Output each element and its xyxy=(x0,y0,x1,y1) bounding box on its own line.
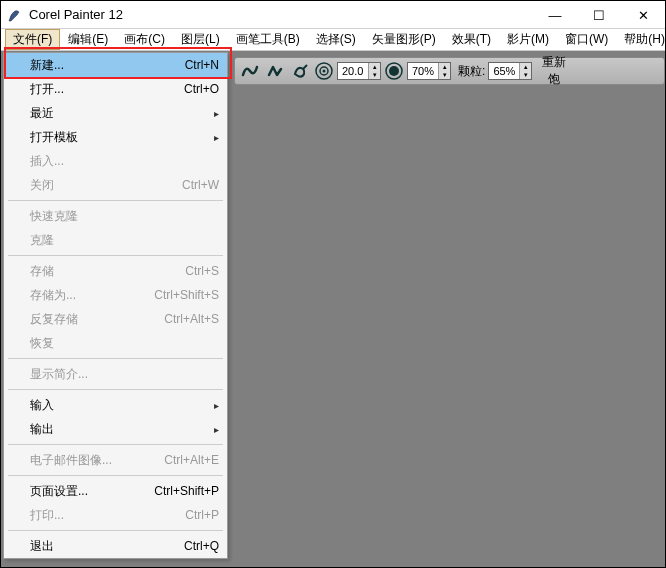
menu-item-shortcut: Ctrl+N xyxy=(185,58,219,72)
menu-item-shortcut: Ctrl+W xyxy=(182,178,219,192)
svg-point-5 xyxy=(389,66,399,76)
menu-item-label: 存储为... xyxy=(30,287,154,304)
menu-8[interactable]: 影片(M) xyxy=(499,29,557,50)
menu-item-7: 快速克隆 xyxy=(4,204,227,228)
brush-toolbar: 20.0 ▴▾ 70% ▴▾ 颗粒: 65% ▴▾ 重新饱 xyxy=(234,57,665,85)
menu-item-label: 快速克隆 xyxy=(30,208,219,225)
menu-item-shortcut: Ctrl+Alt+E xyxy=(164,453,219,467)
menu-separator xyxy=(8,255,223,256)
menu-item-label: 存储 xyxy=(30,263,185,280)
svg-point-3 xyxy=(323,70,326,73)
brush-paint-icon[interactable] xyxy=(289,60,311,82)
menu-9[interactable]: 窗口(W) xyxy=(557,29,616,50)
menu-separator xyxy=(8,475,223,476)
menu-item-label: 退出 xyxy=(30,538,184,555)
chevron-up-icon[interactable]: ▴ xyxy=(520,63,531,71)
close-button[interactable]: ✕ xyxy=(621,1,665,29)
grain-spinner[interactable]: 65% ▴▾ xyxy=(488,62,532,80)
chevron-right-icon: ▸ xyxy=(214,132,219,143)
brush-size-spinner[interactable]: 20.0 ▴▾ xyxy=(337,62,381,80)
menu-item-2[interactable]: 最近▸ xyxy=(4,101,227,125)
menu-separator xyxy=(8,444,223,445)
chevron-right-icon: ▸ xyxy=(214,424,219,435)
menu-item-17[interactable]: 输入▸ xyxy=(4,393,227,417)
chevron-right-icon: ▸ xyxy=(214,108,219,119)
maximize-button[interactable]: ☐ xyxy=(577,1,621,29)
menu-item-25[interactable]: 退出Ctrl+Q xyxy=(4,534,227,558)
menu-item-0[interactable]: 新建...Ctrl+N xyxy=(4,53,227,77)
menu-separator xyxy=(8,200,223,201)
titlebar: Corel Painter 12 — ☐ ✕ xyxy=(1,1,665,29)
menu-item-label: 打开... xyxy=(30,81,184,98)
chevron-down-icon[interactable]: ▾ xyxy=(439,71,450,79)
menu-item-3[interactable]: 打开模板▸ xyxy=(4,125,227,149)
chevron-up-icon[interactable]: ▴ xyxy=(439,63,450,71)
menu-item-label: 关闭 xyxy=(30,177,182,194)
brush-shape-icon[interactable] xyxy=(264,60,286,82)
chevron-down-icon[interactable]: ▾ xyxy=(369,71,380,79)
menu-item-18[interactable]: 输出▸ xyxy=(4,417,227,441)
menu-item-23: 打印...Ctrl+P xyxy=(4,503,227,527)
menu-4[interactable]: 画笔工具(B) xyxy=(228,29,308,50)
menu-separator xyxy=(8,358,223,359)
menu-2[interactable]: 画布(C) xyxy=(116,29,173,50)
menu-item-5: 关闭Ctrl+W xyxy=(4,173,227,197)
svg-line-0 xyxy=(303,65,307,69)
menu-item-label: 反复存储 xyxy=(30,311,164,328)
opacity-target-icon[interactable] xyxy=(384,61,404,81)
file-menu-dropdown: 新建...Ctrl+N打开...Ctrl+O最近▸打开模板▸插入...关闭Ctr… xyxy=(3,52,228,559)
menu-item-8: 克隆 xyxy=(4,228,227,252)
menu-item-label: 打印... xyxy=(30,507,185,524)
menu-item-12: 反复存储Ctrl+Alt+S xyxy=(4,307,227,331)
brush-size-value: 20.0 xyxy=(338,65,368,77)
resat-label: 重新饱 xyxy=(539,54,569,88)
menu-item-label: 最近 xyxy=(30,105,219,122)
chevron-down-icon[interactable]: ▾ xyxy=(520,71,531,79)
menu-item-22[interactable]: 页面设置...Ctrl+Shift+P xyxy=(4,479,227,503)
menu-item-label: 显示简介... xyxy=(30,366,219,383)
menu-item-label: 电子邮件图像... xyxy=(30,452,164,469)
menu-item-15: 显示简介... xyxy=(4,362,227,386)
menu-item-13: 恢复 xyxy=(4,331,227,355)
menu-separator xyxy=(8,530,223,531)
menu-item-shortcut: Ctrl+Q xyxy=(184,539,219,553)
menu-item-shortcut: Ctrl+S xyxy=(185,264,219,278)
menu-item-label: 插入... xyxy=(30,153,219,170)
menu-7[interactable]: 效果(T) xyxy=(444,29,499,50)
menu-item-shortcut: Ctrl+Alt+S xyxy=(164,312,219,326)
menu-item-shortcut: Ctrl+O xyxy=(184,82,219,96)
grain-label: 颗粒: xyxy=(458,63,485,80)
app-icon xyxy=(7,7,23,23)
menu-item-11: 存储为...Ctrl+Shift+S xyxy=(4,283,227,307)
menu-item-20: 电子邮件图像...Ctrl+Alt+E xyxy=(4,448,227,472)
menu-0[interactable]: 文件(F) xyxy=(5,29,60,50)
menu-separator xyxy=(8,389,223,390)
menu-item-shortcut: Ctrl+Shift+S xyxy=(154,288,219,302)
menu-item-label: 输出 xyxy=(30,421,219,438)
menu-item-label: 打开模板 xyxy=(30,129,219,146)
opacity-spinner[interactable]: 70% ▴▾ xyxy=(407,62,451,80)
menu-item-shortcut: Ctrl+Shift+P xyxy=(154,484,219,498)
menu-5[interactable]: 选择(S) xyxy=(308,29,364,50)
menu-3[interactable]: 图层(L) xyxy=(173,29,228,50)
menu-10[interactable]: 帮助(H) xyxy=(616,29,666,50)
brush-squiggle-icon[interactable] xyxy=(239,60,261,82)
chevron-right-icon: ▸ xyxy=(214,400,219,411)
grain-value: 65% xyxy=(489,65,519,77)
menu-1[interactable]: 编辑(E) xyxy=(60,29,116,50)
size-target-icon[interactable] xyxy=(314,61,334,81)
menu-item-1[interactable]: 打开...Ctrl+O xyxy=(4,77,227,101)
menu-item-label: 克隆 xyxy=(30,232,219,249)
menu-item-shortcut: Ctrl+P xyxy=(185,508,219,522)
chevron-up-icon[interactable]: ▴ xyxy=(369,63,380,71)
menu-item-label: 输入 xyxy=(30,397,219,414)
opacity-value: 70% xyxy=(408,65,438,77)
menu-6[interactable]: 矢量图形(P) xyxy=(364,29,444,50)
menu-item-4: 插入... xyxy=(4,149,227,173)
menu-item-label: 新建... xyxy=(30,57,185,74)
menu-item-label: 页面设置... xyxy=(30,483,154,500)
menu-item-10: 存储Ctrl+S xyxy=(4,259,227,283)
minimize-button[interactable]: — xyxy=(533,1,577,29)
window-controls: — ☐ ✕ xyxy=(533,1,665,29)
app-title: Corel Painter 12 xyxy=(29,7,123,22)
